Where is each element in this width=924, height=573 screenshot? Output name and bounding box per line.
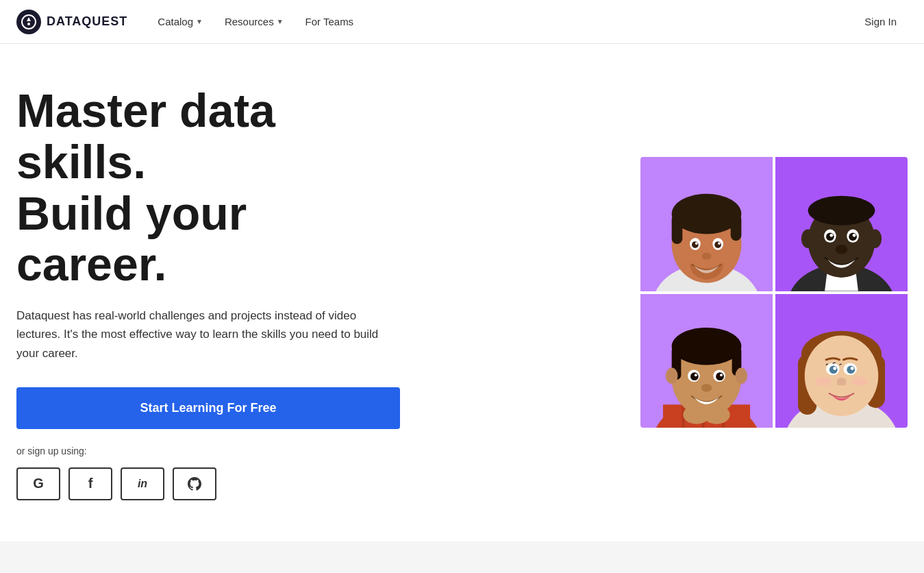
svg-point-43 (666, 367, 678, 383)
person-image-1 (640, 157, 773, 291)
svg-point-49 (695, 374, 697, 376)
svg-point-14 (695, 243, 698, 245)
person-image-4 (775, 294, 908, 428)
svg-point-23 (801, 230, 815, 248)
svg-point-2 (27, 23, 30, 25)
resources-nav-item[interactable]: Resources ▼ (216, 10, 292, 33)
svg-point-65 (833, 367, 836, 370)
hero-title: Master data skills. Build your career. (16, 85, 386, 290)
svg-point-63 (829, 365, 838, 374)
svg-point-51 (701, 384, 712, 392)
for-teams-nav-item[interactable]: For Teams (297, 10, 362, 33)
svg-point-24 (869, 230, 882, 248)
logo-icon (16, 10, 41, 34)
resources-chevron-icon: ▼ (277, 18, 284, 25)
navbar: DATAQUEST Catalog ▼ Resources ▼ For Team… (0, 0, 924, 44)
facebook-signup-button[interactable]: f (68, 467, 112, 500)
hero-section: Master data skills. Build your career. D… (0, 44, 924, 541)
catalog-nav-item[interactable]: Catalog ▼ (149, 10, 211, 33)
svg-marker-1 (27, 17, 31, 21)
bottom-section: Become a data expert faster with Dataque… (0, 541, 924, 573)
logo-link[interactable]: DATAQUEST (16, 10, 127, 34)
svg-point-22 (808, 196, 875, 225)
github-signup-button[interactable] (173, 467, 216, 500)
svg-point-50 (720, 374, 723, 376)
signin-link[interactable]: Sign In (853, 10, 908, 33)
svg-point-28 (849, 233, 857, 241)
navbar-nav: Catalog ▼ Resources ▼ For Teams (149, 10, 853, 33)
svg-point-27 (826, 233, 834, 241)
linkedin-signup-button[interactable]: in (121, 467, 164, 500)
logo-text: DATAQUEST (47, 14, 127, 29)
svg-point-30 (853, 234, 856, 237)
svg-point-40 (672, 328, 742, 365)
svg-point-15 (718, 243, 721, 245)
hero-image-grid (640, 157, 908, 428)
svg-point-47 (690, 372, 699, 380)
svg-point-16 (702, 253, 712, 260)
svg-point-31 (836, 245, 848, 254)
start-learning-button[interactable]: Start Learning For Free (16, 387, 400, 429)
social-buttons: G f in (16, 467, 386, 500)
svg-point-12 (692, 242, 699, 249)
svg-point-68 (815, 376, 831, 386)
google-signup-button[interactable]: G (16, 467, 60, 500)
catalog-chevron-icon: ▼ (196, 18, 203, 25)
svg-point-66 (851, 367, 854, 370)
person-image-2 (775, 157, 908, 291)
svg-point-53 (703, 405, 730, 424)
hero-right (414, 157, 908, 428)
svg-point-69 (851, 376, 867, 386)
svg-point-44 (736, 367, 748, 383)
svg-point-29 (829, 234, 833, 237)
svg-point-64 (847, 365, 855, 374)
svg-point-67 (837, 378, 847, 385)
hero-subtitle: Dataquest has real-world challenges and … (16, 306, 386, 363)
signup-text: or sign up using: (16, 446, 386, 456)
svg-point-60 (805, 335, 879, 415)
svg-point-13 (714, 242, 721, 249)
svg-point-48 (716, 372, 724, 380)
person-image-3 (640, 294, 773, 428)
hero-left: Master data skills. Build your career. D… (16, 85, 414, 500)
svg-rect-8 (672, 214, 683, 244)
svg-rect-9 (731, 214, 742, 241)
